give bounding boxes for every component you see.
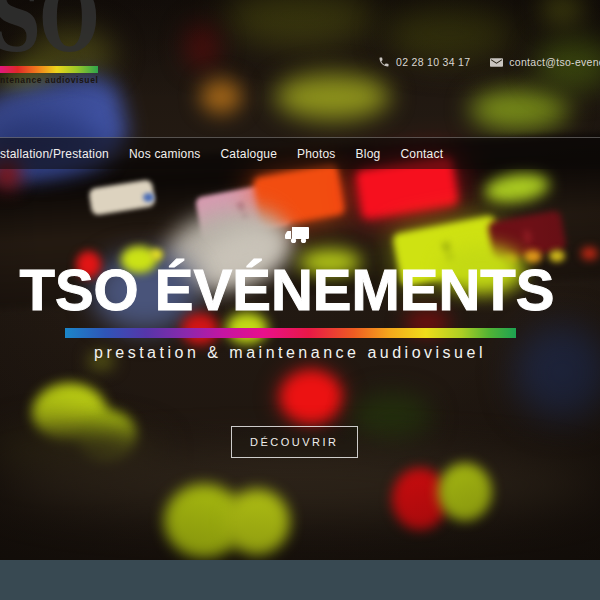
hero-title: TSO ÉVÉNEMENTS: [0, 259, 587, 321]
nav-item-contact[interactable]: Contact: [400, 147, 443, 161]
next-section-band: [0, 560, 600, 600]
nav-item-nos-camions[interactable]: Nos camions: [129, 147, 201, 161]
topbar-contact: 02 28 10 34 17 contact@tso-evenements: [378, 56, 600, 68]
logo-letters: SO: [0, 0, 98, 65]
logo-tagline: ntenance audiovisuel: [0, 75, 120, 85]
nav-item-installation-prestation[interactable]: stallation/Prestation: [0, 147, 109, 161]
main-nav: stallation/Prestation Nos camions Catalo…: [0, 137, 600, 169]
phone-icon: [378, 56, 390, 68]
topbar-email[interactable]: contact@tso-evenements: [509, 56, 600, 68]
nav-item-blog[interactable]: Blog: [356, 147, 381, 161]
topbar-phone-number[interactable]: 02 28 10 34 17: [396, 56, 470, 68]
logo-rainbow-bar: [0, 66, 98, 73]
nav-item-catalogue[interactable]: Catalogue: [221, 147, 278, 161]
nav-item-photos[interactable]: Photos: [297, 147, 336, 161]
hero-rainbow-bar: [65, 328, 516, 338]
site-logo[interactable]: SO ntenance audiovisuel: [0, 0, 120, 92]
webpage: 33 B 34 A ON: [0, 0, 600, 600]
discover-button[interactable]: DÉCOUVRIR: [231, 426, 358, 458]
truck-icon: [0, 224, 596, 245]
email-icon: [490, 57, 503, 68]
hero-subtitle: prestation & maintenance audiovisuel: [0, 344, 590, 362]
